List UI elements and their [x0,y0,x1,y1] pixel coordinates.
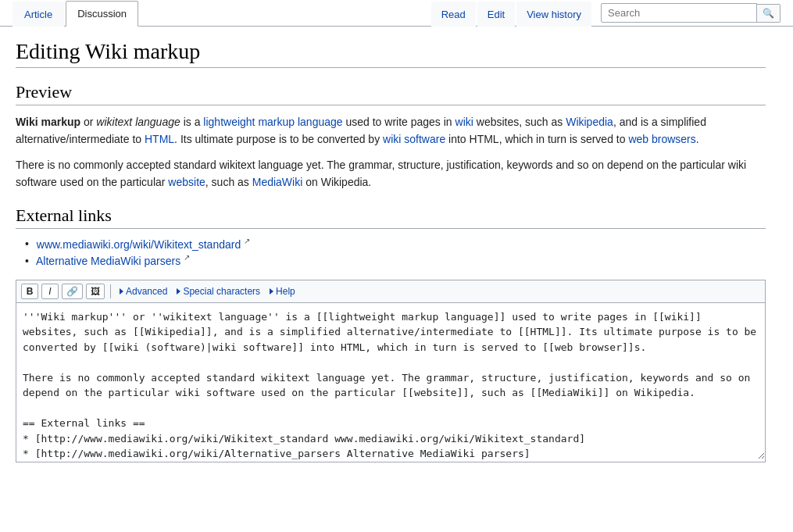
link-html[interactable]: HTML [145,133,174,145]
external-link-icon-2: ↗ [184,253,190,262]
right-tabs: Read Edit View history [430,1,591,26]
preview-paragraph-2: There is no commonly accepted standard w… [16,156,766,191]
arrow-icon-advanced [120,288,123,295]
link-button[interactable]: 🔗 [62,284,83,299]
toolbar-separator-1 [110,284,111,298]
advanced-label: Advanced [126,286,167,297]
help-button[interactable]: Help [266,284,298,298]
link-website[interactable]: website [168,176,205,188]
tab-discussion[interactable]: Discussion [66,1,138,27]
link-wiki[interactable]: wiki [455,116,473,128]
tab-read[interactable]: Read [431,2,476,27]
preview-heading: Preview [16,82,766,105]
left-tabs: Article Discussion [13,0,430,26]
list-item: www.mediawiki.org/wiki/Wikitext_standard… [25,237,766,251]
external-links-list: www.mediawiki.org/wiki/Wikitext_standard… [16,237,766,267]
editor-toolbar: B I 🔗 🖼 Advanced Special characters Help [16,280,765,303]
advanced-button[interactable]: Advanced [116,284,170,298]
link-web-browsers[interactable]: web browsers [628,133,695,145]
image-button[interactable]: 🖼 [86,284,105,299]
search-button[interactable]: 🔍 [757,4,780,23]
tab-view-history[interactable]: View history [516,2,591,27]
arrow-icon-special [177,288,180,295]
link-lightweight-markup[interactable]: lightweight markup language [203,116,342,128]
editor-textarea[interactable] [16,303,765,459]
page-header: Article Discussion Read Edit View histor… [0,0,793,27]
search-box: 🔍 [601,3,780,23]
wikitext-italic: wikitext language [96,116,180,128]
wiki-markup-bold: Wiki markup [16,116,80,128]
external-link-icon-1: ↗ [244,237,250,245]
page-title: Editing Wiki markup [16,39,766,68]
bold-button[interactable]: B [21,284,38,299]
help-label: Help [276,286,295,297]
external-links: www.mediawiki.org/wiki/Wikitext_standard… [16,237,766,267]
tab-edit[interactable]: Edit [477,2,515,27]
preview-paragraph-1: Wiki markup or wikitext language is a li… [16,113,766,148]
special-chars-label: Special characters [183,286,260,297]
link-wikipedia[interactable]: Wikipedia [566,116,613,128]
preview-text: Wiki markup or wikitext language is a li… [16,113,766,191]
link-wiki-software[interactable]: wiki software [383,133,445,145]
special-chars-button[interactable]: Special characters [173,284,263,298]
ext-link-2[interactable]: Alternative MediaWiki parsers [36,255,180,267]
link-mediawiki[interactable]: MediaWiki [252,176,303,188]
editor-container: B I 🔗 🖼 Advanced Special characters Help [16,280,766,462]
main-content: Editing Wiki markup Preview Wiki markup … [0,27,781,478]
ext-link-1[interactable]: www.mediawiki.org/wiki/Wikitext_standard [37,237,241,250]
search-input[interactable] [601,3,757,23]
tab-article[interactable]: Article [13,2,64,27]
external-links-heading: External links [16,205,766,229]
arrow-icon-help [270,288,273,295]
italic-button[interactable]: I [41,284,59,299]
list-item: Alternative MediaWiki parsers ↗ [25,253,766,267]
